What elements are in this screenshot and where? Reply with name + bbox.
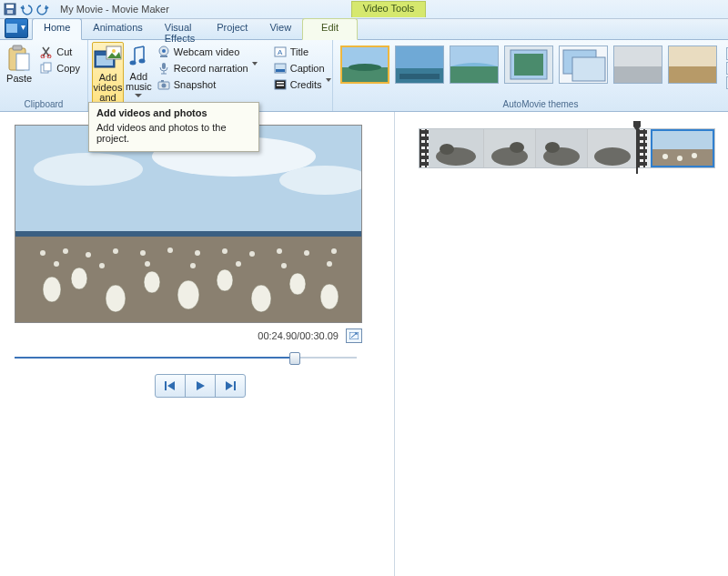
svg-point-68 (140, 250, 146, 256)
file-menu-button[interactable] (5, 18, 28, 38)
timeline-clip-selected[interactable] (651, 129, 714, 167)
svg-point-78 (145, 261, 150, 267)
title-button[interactable]: A Title (270, 44, 342, 59)
theme-thumb-6[interactable] (613, 45, 662, 84)
svg-rect-37 (399, 74, 440, 79)
svg-point-17 (139, 59, 146, 64)
tab-edit[interactable]: Edit (302, 18, 358, 40)
group-themes: ▲ ▼ ▾ AutoMovie themes (333, 40, 728, 111)
credits-label: Credits (290, 79, 322, 90)
svg-point-71 (222, 248, 228, 254)
paste-button[interactable]: Paste (4, 42, 35, 99)
fullscreen-button[interactable] (346, 328, 362, 343)
webcam-icon (157, 45, 170, 58)
contextual-tab-group: Video Tools (351, 1, 426, 17)
timeline-clip[interactable] (484, 129, 536, 167)
svg-point-61 (251, 285, 271, 312)
svg-point-59 (177, 280, 199, 309)
timeline-strip[interactable] (419, 128, 715, 168)
ribbon-tabs: Home Animations Visual Effects Project V… (0, 19, 728, 40)
timeline-clip[interactable] (588, 129, 638, 167)
theme-thumb-2[interactable] (395, 45, 444, 84)
save-icon[interactable] (4, 3, 16, 15)
svg-point-63 (320, 284, 339, 309)
svg-point-73 (277, 248, 282, 254)
svg-rect-39 (450, 66, 498, 83)
tab-animations[interactable]: Animations (82, 19, 153, 39)
svg-rect-21 (162, 63, 166, 69)
cut-button[interactable]: Cut (36, 44, 84, 59)
title-label: Title (290, 46, 308, 57)
svg-rect-1 (6, 5, 14, 8)
tab-visual-effects[interactable]: Visual Effects (154, 19, 206, 39)
timeline-pane[interactable] (395, 112, 728, 576)
chevron-down-icon (135, 94, 142, 97)
timeline-clip[interactable] (536, 129, 588, 167)
next-frame-button[interactable] (215, 374, 246, 398)
svg-point-72 (249, 251, 255, 257)
svg-point-101 (692, 153, 697, 158)
tooltip-body: Add videos and photos to the project. (96, 122, 251, 144)
svg-point-88 (440, 144, 454, 155)
group-themes-label: AutoMovie themes (337, 99, 728, 111)
svg-point-65 (63, 248, 68, 254)
playhead[interactable] (633, 121, 641, 176)
svg-rect-2 (7, 10, 13, 14)
seek-thumb[interactable] (289, 352, 300, 365)
svg-point-34 (349, 64, 381, 71)
record-narration-button[interactable]: Record narration (154, 60, 268, 76)
undo-icon[interactable] (20, 3, 33, 15)
theme-thumb-5[interactable] (559, 45, 608, 84)
seek-slider[interactable] (15, 354, 357, 361)
copy-button[interactable]: Copy (36, 60, 84, 76)
theme-thumb-4[interactable] (504, 45, 553, 84)
svg-point-80 (236, 261, 241, 267)
webcam-video-button[interactable]: Webcam video (154, 44, 268, 59)
svg-rect-98 (652, 149, 713, 166)
caption-label: Caption (290, 63, 325, 74)
group-add: Add videos and photos Add music Webcam v… (88, 40, 333, 111)
credits-button[interactable]: Credits (270, 76, 342, 92)
svg-point-76 (54, 261, 59, 267)
chevron-down-icon (252, 62, 265, 75)
timeline-clip[interactable] (429, 129, 484, 167)
titlebar: My Movie - Movie Maker Video Tools (0, 0, 728, 19)
svg-point-60 (217, 269, 233, 291)
microphone-icon (157, 62, 170, 75)
svg-point-91 (510, 142, 524, 153)
title-icon: A (274, 45, 287, 58)
theme-thumb-7[interactable] (668, 45, 717, 84)
svg-rect-10 (44, 63, 51, 71)
snapshot-label: Snapshot (174, 79, 216, 90)
prev-frame-button[interactable] (155, 374, 186, 398)
svg-point-81 (281, 263, 287, 268)
add-videos-photos-icon (94, 45, 123, 71)
svg-point-62 (289, 273, 306, 295)
snapshot-button[interactable]: Snapshot (154, 76, 268, 92)
tooltip: Add videos and photos Add videos and pho… (88, 102, 259, 152)
prev-frame-icon (164, 380, 177, 391)
svg-point-100 (677, 156, 682, 161)
svg-rect-48 (669, 66, 716, 83)
cut-label: Cut (56, 46, 72, 57)
svg-point-99 (662, 154, 668, 159)
fullscreen-icon (349, 332, 359, 339)
playback-controls (15, 374, 385, 398)
svg-point-66 (86, 252, 91, 258)
tab-view[interactable]: View (258, 19, 302, 39)
theme-thumb-1[interactable] (340, 45, 389, 84)
play-button[interactable] (185, 374, 216, 398)
theme-thumb-3[interactable] (450, 45, 499, 84)
redo-icon[interactable] (36, 3, 49, 15)
svg-rect-20 (160, 56, 167, 57)
svg-rect-28 (276, 69, 285, 72)
svg-rect-44 (572, 57, 605, 81)
tab-home[interactable]: Home (32, 18, 82, 40)
preview-monitor[interactable] (15, 125, 362, 323)
webcam-label: Webcam video (174, 46, 240, 57)
svg-point-16 (130, 61, 136, 66)
svg-rect-54 (15, 231, 361, 237)
file-menu-icon (5, 23, 27, 34)
caption-button[interactable]: Caption (270, 60, 342, 76)
tab-project[interactable]: Project (206, 19, 258, 39)
